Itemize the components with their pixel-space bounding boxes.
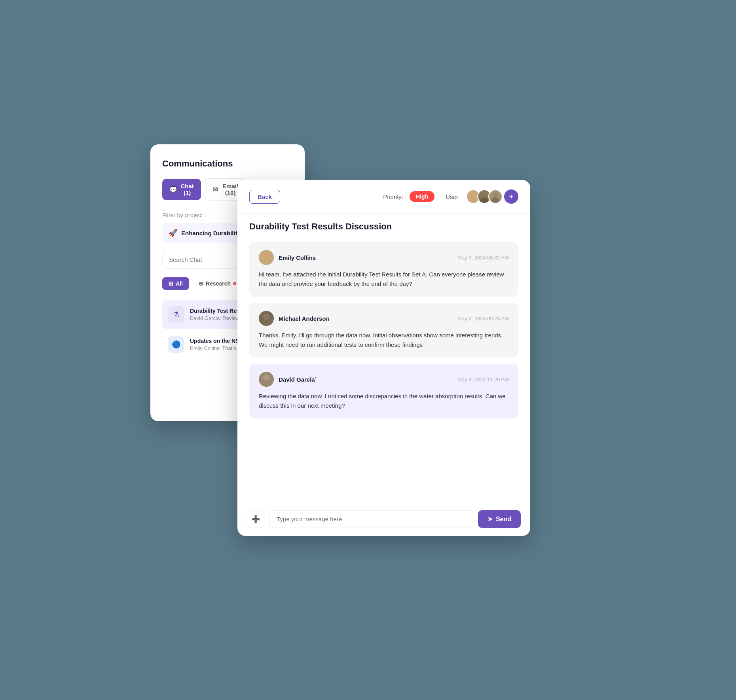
svg-point-13 <box>263 375 269 381</box>
msg-avatar-michael <box>259 311 274 326</box>
user-label: User: <box>446 193 460 200</box>
svg-point-2 <box>482 192 487 198</box>
msg-time-emily: May 9, 2024 08:32 AM <box>457 255 509 261</box>
attach-button[interactable]: ➕ <box>247 511 264 528</box>
svg-point-3 <box>480 197 488 204</box>
right-header: Back Priority: High User: <box>237 180 530 214</box>
message-header-emily: Emily Collins May 9, 2024 08:32 AM <box>259 250 509 265</box>
message-michael: Michael Anderson May 9, 2024 09:23 AM Th… <box>249 303 518 358</box>
svg-point-10 <box>263 314 269 320</box>
msg-text-michael: Thanks, Emily. I'll go through the data … <box>259 331 509 350</box>
chat-detail-title: Durability Test Results Discussion <box>237 214 530 236</box>
send-icon: ➤ <box>488 515 493 523</box>
message-input[interactable] <box>269 510 473 528</box>
msg-time-david: May 9, 2024 11:20 AM <box>457 376 509 382</box>
msg-name-david: David Garcia` <box>279 376 317 383</box>
send-button[interactable]: ➤ Send <box>478 510 521 528</box>
svg-point-0 <box>470 192 476 198</box>
panel-title: Communications <box>162 159 293 169</box>
svg-point-5 <box>491 197 499 204</box>
message-header-michael: Michael Anderson May 9, 2024 09:23 AM <box>259 311 509 326</box>
msg-time-michael: May 9, 2024 09:23 AM <box>457 316 509 322</box>
chat-icon: 💬 <box>169 186 177 193</box>
user-avatars: + <box>466 189 518 204</box>
input-row: ➕ ➤ Send <box>237 502 530 536</box>
messages-area: Emily Collins May 9, 2024 08:32 AM Hi te… <box>237 236 530 502</box>
chat-item-icon-2: 🔵 <box>168 336 184 353</box>
grid-icon: ⊞ <box>169 280 173 287</box>
avatar-david <box>488 189 503 204</box>
msg-name-emily: Emily Collins <box>279 254 316 261</box>
attach-icon: ➕ <box>251 515 260 524</box>
email-icon: ✉ <box>212 186 218 193</box>
priority-badge: High <box>410 191 434 202</box>
message-david: David Garcia` May 9, 2024 11:20 AM Revie… <box>249 364 518 418</box>
add-user-button[interactable]: + <box>504 189 518 204</box>
priority-label: Priority: <box>383 193 403 200</box>
chat-item-icon-1: ⚗ <box>168 306 184 323</box>
msg-text-david: Reviewing the data now. I noticed some d… <box>259 392 509 411</box>
right-panel: Back Priority: High User: <box>237 180 530 536</box>
filter-tab-research[interactable]: ⊛ Research <box>192 277 243 290</box>
svg-point-7 <box>263 253 269 259</box>
msg-name-michael: Michael Anderson <box>279 315 330 322</box>
filter-tab-all[interactable]: ⊞ All <box>162 277 189 290</box>
project-icon: 🚀 <box>169 229 177 237</box>
notification-dot <box>233 282 236 285</box>
message-header-david: David Garcia` May 9, 2024 11:20 AM <box>259 372 509 387</box>
msg-avatar-emily <box>259 250 274 265</box>
svg-point-1 <box>469 197 477 204</box>
tab-chat[interactable]: 💬 Chat (1) <box>162 179 201 200</box>
research-icon: ⊛ <box>199 280 203 287</box>
back-button[interactable]: Back <box>249 190 280 204</box>
svg-point-4 <box>493 192 498 198</box>
msg-avatar-david <box>259 372 274 387</box>
message-emily: Emily Collins May 9, 2024 08:32 AM Hi te… <box>249 242 518 297</box>
msg-text-emily: Hi team, I've attached the initial Durab… <box>259 270 509 289</box>
